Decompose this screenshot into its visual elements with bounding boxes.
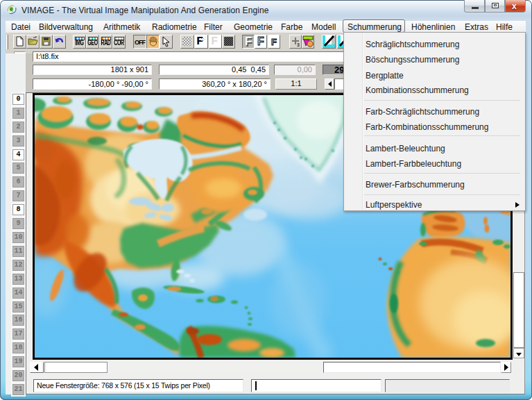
svg-text:3: 3 bbox=[297, 42, 300, 47]
